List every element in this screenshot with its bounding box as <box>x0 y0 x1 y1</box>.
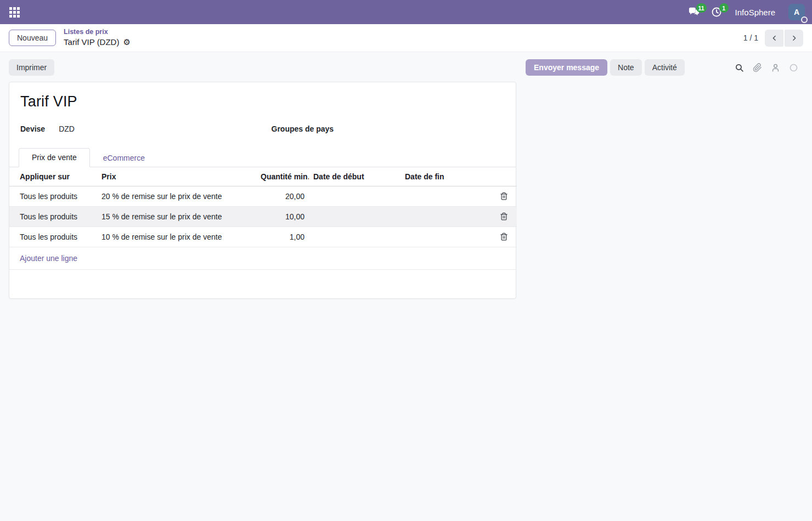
messages-menu[interactable]: 11 <box>688 7 700 18</box>
cell-apply-on[interactable]: Tous les produits <box>9 186 97 207</box>
trash-icon <box>500 233 508 241</box>
messages-badge: 11 <box>696 3 707 13</box>
activity-button[interactable]: Activité <box>645 59 685 76</box>
print-button[interactable]: Imprimer <box>9 59 54 76</box>
cell-price[interactable]: 15 % de remise sur le prix de vente <box>97 207 256 227</box>
cell-apply-on[interactable]: Tous les produits <box>9 227 97 247</box>
breadcrumb-parent-link[interactable]: Listes de prix <box>64 28 131 37</box>
breadcrumb: Listes de prix Tarif VIP (DZD) ⚙ <box>64 28 131 47</box>
currency-value[interactable]: DZD <box>59 124 75 133</box>
table-header-row: Appliquer sur Prix Quantité min… Date de… <box>9 167 517 186</box>
pager-counter: 1 / 1 <box>743 33 758 42</box>
field-country-groups: Groupes de pays <box>263 124 505 133</box>
cell-min-qty[interactable]: 1,00 <box>256 227 309 247</box>
notebook-tabs: Prix de vente eCommerce <box>9 148 516 167</box>
table-row: Tous les produits 20 % de remise sur le … <box>9 186 517 207</box>
column-header-date-end[interactable]: Date de fin <box>401 167 491 186</box>
field-row: Devise DZD Groupes de pays <box>9 124 516 133</box>
activities-badge: 1 <box>719 3 729 13</box>
currency-label: Devise <box>20 124 45 133</box>
pricelist-items-table: Appliquer sur Prix Quantité min… Date de… <box>9 167 517 247</box>
page-title: Tarif VIP (DZD) <box>64 37 119 48</box>
status-ring-icon <box>801 16 808 23</box>
field-currency: Devise DZD <box>20 124 263 133</box>
control-panel: Nouveau Listes de prix Tarif VIP (DZD) ⚙… <box>0 24 812 52</box>
column-header-min-qty[interactable]: Quantité min… <box>256 167 309 186</box>
form-sheet: Tarif VIP Devise DZD Groupes de pays Pri… <box>9 82 516 299</box>
chatter-topbar: Envoyer message Note Activité <box>526 59 803 76</box>
cell-date-end[interactable] <box>401 207 491 227</box>
cell-apply-on[interactable]: Tous les produits <box>9 207 97 227</box>
tab-ecommerce[interactable]: eCommerce <box>90 148 158 167</box>
attachments-button[interactable] <box>753 63 762 72</box>
pager-next-button[interactable] <box>785 30 803 47</box>
add-line-link[interactable]: Ajouter une ligne <box>20 254 77 263</box>
cell-min-qty[interactable]: 20,00 <box>256 186 309 207</box>
company-menu[interactable]: InfoSphere <box>735 8 775 17</box>
table-row: Tous les produits 15 % de remise sur le … <box>9 207 517 227</box>
delete-row-button[interactable] <box>499 191 509 201</box>
trash-icon <box>500 192 508 200</box>
followers-button[interactable] <box>771 63 780 72</box>
cell-date-start[interactable] <box>309 186 401 207</box>
cell-price[interactable]: 20 % de remise sur le prix de vente <box>97 186 256 207</box>
user-avatar[interactable]: A <box>788 4 805 20</box>
pager: 1 / 1 <box>743 30 803 47</box>
cell-price[interactable]: 10 % de remise sur le prix de vente <box>97 227 256 247</box>
record-title[interactable]: Tarif VIP <box>9 93 516 110</box>
column-header-date-start[interactable]: Date de début <box>309 167 401 186</box>
apps-menu-button[interactable] <box>0 0 29 24</box>
cell-date-end[interactable] <box>401 227 491 247</box>
actions-row: Imprimer Envoyer message Note Activité <box>0 52 812 76</box>
search-messages-button[interactable] <box>735 63 744 72</box>
column-header-apply-on[interactable]: Appliquer sur <box>9 167 97 186</box>
activities-menu[interactable]: 1 <box>711 7 722 18</box>
column-header-actions <box>491 167 517 186</box>
follower-count-ring-icon <box>789 63 798 72</box>
delete-row-button[interactable] <box>499 231 509 242</box>
cell-date-start[interactable] <box>309 227 401 247</box>
cell-min-qty[interactable]: 10,00 <box>256 207 309 227</box>
search-icon <box>735 63 744 72</box>
note-button[interactable]: Note <box>610 59 642 76</box>
column-header-price[interactable]: Prix <box>97 167 256 186</box>
gear-icon[interactable]: ⚙ <box>123 38 130 46</box>
chevron-left-icon <box>771 35 778 42</box>
pager-previous-button[interactable] <box>765 30 783 47</box>
send-message-button[interactable]: Envoyer message <box>526 59 607 76</box>
table-row: Tous les produits 10 % de remise sur le … <box>9 227 517 247</box>
new-button[interactable]: Nouveau <box>9 30 56 46</box>
followers-icon <box>771 63 780 72</box>
delete-row-button[interactable] <box>499 211 509 222</box>
add-line-row: Ajouter une ligne <box>9 247 516 270</box>
cell-date-end[interactable] <box>401 186 491 207</box>
country-groups-label: Groupes de pays <box>272 124 334 133</box>
avatar-letter: A <box>794 8 799 16</box>
chevron-right-icon <box>791 35 798 42</box>
paperclip-icon <box>753 63 762 72</box>
tab-sales-prices[interactable]: Prix de vente <box>19 148 90 167</box>
trash-icon <box>500 212 508 220</box>
systray: 11 1 InfoSphere A <box>688 4 805 20</box>
cell-date-start[interactable] <box>309 207 401 227</box>
top-navbar: 11 1 InfoSphere A <box>0 0 812 24</box>
apps-grid-icon <box>9 7 20 18</box>
